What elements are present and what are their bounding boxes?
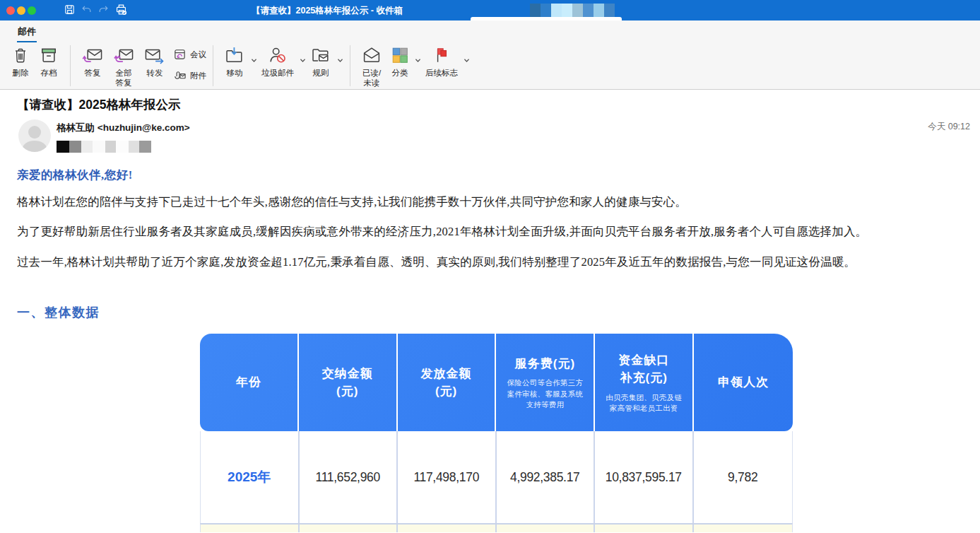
tab-mail[interactable]: 邮件 [17,20,37,42]
move-label: 移动 [227,69,243,78]
cell-funding-gap: 10,837,595.17 [595,431,694,523]
email-paragraph: 为了更好帮助新居住行业服务者及其家庭成员,缓解因疾病或意外带来的经济压力,202… [17,224,959,240]
header-claims: 申领人次 [694,334,793,431]
trash-icon [11,44,30,66]
forward-label: 转发 [147,69,163,78]
chevron-down-icon [337,53,343,66]
email-subject: 【请查收】2025格林年报公示 [17,96,180,113]
header-disbursed-amount: 发放金额 (元) [398,334,497,431]
zoom-window-button[interactable] [28,6,36,15]
junk-dropdown[interactable]: 垃圾邮件 [257,44,306,78]
reply-all-label: 全部 答复 [116,69,132,88]
junk-label: 垃圾邮件 [261,69,294,78]
junk-button[interactable]: 垃圾邮件 [257,44,298,78]
chevron-down-icon [300,53,306,66]
rules-dropdown[interactable]: 规则 [306,44,343,78]
cell-disbursed-amount: 117,498,170 [398,431,497,523]
email-paragraph: 过去一年,格林计划共帮助了近万个家庭,发放资金超1.17亿元,秉承着自愿、透明、… [17,254,959,270]
minimize-window-button[interactable] [17,6,25,15]
reply-icon [81,44,104,66]
attachment-icon [173,69,187,83]
table-partial-next-row [200,523,793,532]
reply-all-icon [112,44,135,66]
header-funding-gap: 资金缺口 补充(元) 由贝壳集团、贝壳及链家高管和老员工出资 [595,334,694,431]
reply-button[interactable]: 答复 [77,44,108,78]
table-header-row: 年份 交纳金额 (元) 发放金额 (元) 服务费(元) 保险公司等合作第三方案件… [200,334,793,431]
cell-year: 2025年 [201,431,300,523]
meeting-attachment-group: 会议 附件 [173,44,206,83]
cell-service-fee: 4,992,385.17 [497,431,596,523]
sender-name[interactable]: 格林互助 <huzhujin@ke.com> [57,122,190,134]
reply-all-button[interactable]: 全部 答复 [108,44,139,88]
avatar-person-icon [28,126,41,139]
junk-person-icon [268,44,288,66]
recipient-redaction [57,141,151,153]
ribbon-separator [350,45,350,86]
ribbon-separator [70,45,71,86]
categorize-button[interactable]: 分类 [386,44,413,78]
titlebar: 【请查收】2025格林年报公示 - 收件箱 [0,0,980,20]
attachment-button[interactable]: 附件 [173,69,206,83]
move-button[interactable]: 移动 [220,44,249,78]
forward-icon [143,44,166,66]
ribbon: 邮件 删除 存档 答复 全部 答复 转发 [0,20,980,90]
email-timestamp: 今天 09:12 [928,121,970,133]
reply-label: 答复 [85,69,101,78]
attachment-label: 附件 [190,71,206,81]
archive-icon [38,44,59,66]
rules-label: 规则 [313,69,329,78]
open-envelope-icon [361,44,382,66]
rules-folder-icon [310,44,331,66]
email-paragraph: 格林计划在您的陪伴与支持下已走过十七个年头,感谢您的信任与支持,让我们能携手数十… [17,194,959,210]
close-window-button[interactable] [6,6,15,15]
archive-button[interactable]: 存档 [34,44,64,78]
window-controls [6,6,36,15]
table-row-2025: 2025年 111,652,960 117,498,170 4,992,385.… [200,431,793,523]
flag-icon [432,44,451,66]
forward-button[interactable]: 转发 [139,44,170,78]
meeting-icon [173,47,187,62]
ribbon-tab-row: 邮件 [0,20,980,40]
print-icon[interactable] [114,3,128,16]
follow-up-dropdown[interactable]: 后续标志 [421,44,470,78]
header-year: 年份 [200,334,299,431]
chevron-down-icon [415,53,421,66]
chevron-down-icon [251,53,257,66]
annual-report-table: 年份 交纳金额 (元) 发放金额 (元) 服务费(元) 保险公司等合作第三方案件… [200,334,793,532]
delete-button[interactable]: 删除 [7,44,34,78]
follow-up-label: 后续标志 [425,69,458,78]
categorize-label: 分类 [392,69,408,78]
save-icon[interactable] [64,4,76,16]
titlebar-white-strip [471,17,622,20]
read-unread-button[interactable]: 已读/ 未读 [357,44,386,88]
meeting-label: 会议 [190,49,206,60]
move-folder-icon [224,44,245,66]
header-service-fee: 服务费(元) 保险公司等合作第三方案件审核、客服及系统支持等费用 [496,334,595,431]
cell-paid-amount: 111,652,960 [300,431,399,523]
move-dropdown[interactable]: 移动 [220,44,257,78]
sender-avatar[interactable] [18,119,51,152]
header-paid-amount: 交纳金额 (元) [299,334,398,431]
undo-icon[interactable] [81,4,93,16]
delete-label: 删除 [13,69,29,78]
ribbon-separator [213,45,213,86]
chevron-down-icon [464,53,470,66]
quick-access-toolbar [64,3,128,16]
outlook-window: 【请查收】2025格林年报公示 - 收件箱 邮件 删除 存档 答复 [0,0,980,533]
section-heading: 一、整体数据 [17,304,100,321]
email-greeting: 亲爱的格林伙伴,您好! [17,168,133,183]
cell-claims: 9,782 [694,431,793,523]
ribbon-buttons: 删除 存档 答复 全部 答复 转发 会 [0,40,980,89]
email-reading-pane: 【请查收】2025格林年报公示 格林互助 <huzhujin@ke.com> 今… [0,90,980,532]
archive-label: 存档 [41,69,57,78]
rules-button[interactable]: 规则 [306,44,336,78]
meeting-button[interactable]: 会议 [173,47,206,62]
read-unread-label: 已读/ 未读 [362,69,381,88]
categorize-squares-icon [391,44,409,66]
window-title: 【请查收】2025格林年报公示 - 收件箱 [252,5,403,17]
titlebar-redaction [530,4,615,17]
follow-up-button[interactable]: 后续标志 [421,44,462,78]
redo-icon[interactable] [98,4,110,16]
categorize-dropdown[interactable]: 分类 [386,44,421,78]
